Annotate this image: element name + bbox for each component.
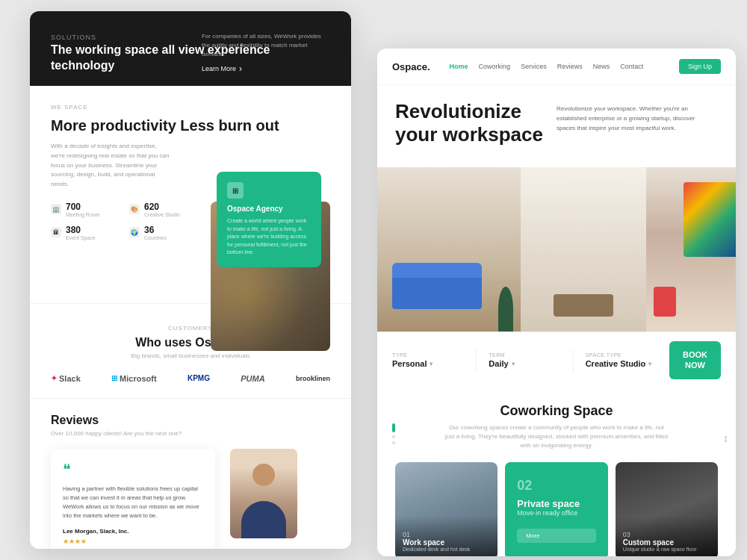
room-chair bbox=[654, 287, 676, 317]
stat-meeting-room-text: 700 Meeting Room bbox=[66, 202, 100, 217]
learn-more-link[interactable]: Learn More bbox=[202, 63, 321, 74]
signup-button[interactable]: Sign Up bbox=[679, 59, 721, 74]
ws-title: More productivity Less burn out bbox=[51, 116, 330, 134]
booking-term-field: TERM Daily bbox=[489, 352, 560, 368]
cw-card-custom[interactable]: 03 Custom space Unique studio & raw spac… bbox=[616, 462, 718, 556]
hero-right-text: For companies of all sizes, WeWork provi… bbox=[202, 32, 321, 59]
room-left bbox=[377, 167, 521, 332]
countries-num: 36 bbox=[144, 225, 167, 235]
nav-link-reviews[interactable]: Reviews bbox=[557, 63, 583, 70]
more-button[interactable]: More bbox=[517, 529, 595, 543]
cw-card-3-label: 03 Custom space Unique studio & raw spac… bbox=[616, 516, 718, 556]
agency-icon: ⊞ bbox=[227, 182, 244, 199]
type-label: TYPE bbox=[392, 352, 464, 358]
right-hero-desc: Revolutionize your workspace. Whether yo… bbox=[557, 105, 706, 133]
slack-logo: Slack bbox=[51, 374, 81, 383]
dot-3 bbox=[392, 441, 395, 444]
space-label: SPACE TYPE bbox=[586, 352, 657, 358]
nav-logo: Ospace. bbox=[392, 61, 430, 72]
scroll-down-icon: ↕ bbox=[723, 432, 728, 444]
stat-event-space: 🏛 380 Event Space bbox=[51, 225, 122, 240]
right-hero-title: Revolutionize your workspace bbox=[395, 100, 545, 146]
cw-card-1-sub: Dedicated desk and hot desk bbox=[403, 547, 490, 552]
book-now-button[interactable]: BOOK NOW bbox=[669, 341, 721, 379]
reviews-title: Reviews bbox=[51, 414, 330, 427]
right-navbar: Ospace. Home Coworking Services Reviews … bbox=[377, 49, 736, 85]
nav-link-services[interactable]: Services bbox=[521, 63, 547, 70]
cw-card-private[interactable]: 02 Private space Move-in ready office Mo… bbox=[505, 462, 607, 556]
microsoft-logo: Microsoft bbox=[111, 374, 157, 383]
dot-1 bbox=[392, 423, 395, 432]
cw-card-3-name: Custom space bbox=[623, 538, 710, 547]
stat-meeting-room: 🏢 700 Meeting Room bbox=[51, 202, 122, 217]
person-head bbox=[252, 464, 275, 486]
nav-link-contact[interactable]: Contact bbox=[620, 63, 643, 70]
countries-label: Countries bbox=[144, 235, 167, 240]
cw-card-2-title: Private space bbox=[517, 498, 595, 509]
puma-logo: PUMA bbox=[241, 374, 264, 383]
cw-card-workspace[interactable]: 01 Work space Dedicated desk and hot des… bbox=[395, 462, 498, 556]
kpmg-logo: KPMG bbox=[187, 374, 210, 382]
nav-link-home[interactable]: Home bbox=[450, 63, 468, 70]
reviews-section: Reviews Over 10,000 happy clients! Are y… bbox=[30, 398, 351, 549]
cw-card-3-num: 03 bbox=[623, 531, 710, 538]
customers-sub: Big brands, small businesses and individ… bbox=[51, 352, 330, 359]
coworking-desc: Our coworking spaces create a community … bbox=[444, 423, 669, 450]
left-hero: SOLUTIONS The working space all view exp… bbox=[30, 11, 351, 86]
agency-desc: Create a world where people work to make… bbox=[227, 217, 311, 257]
room-right bbox=[646, 167, 736, 332]
cw-card-1-label: 01 Work space Dedicated desk and hot des… bbox=[395, 516, 498, 556]
room-table bbox=[554, 294, 613, 317]
cw-card-2-num: 02 bbox=[517, 478, 595, 494]
nav-link-coworking[interactable]: Coworking bbox=[479, 63, 511, 70]
booking-space-field: SPACE TYPE Creative Studio bbox=[586, 352, 657, 368]
nav-link-news[interactable]: News bbox=[593, 63, 610, 70]
booking-bar: TYPE Personal TERM Daily SPACE TYPE Crea… bbox=[377, 332, 736, 388]
right-hero-right: Revolutionize your workspace. Whether yo… bbox=[557, 100, 706, 155]
meeting-room-icon: 🏢 bbox=[51, 204, 61, 214]
stat-creative-studio: 🎨 620 Creative Studio bbox=[129, 202, 200, 217]
main-ws-image-inner bbox=[377, 167, 736, 332]
right-card: Ospace. Home Coworking Services Reviews … bbox=[377, 49, 736, 556]
ws-label: WE SPACE bbox=[51, 104, 330, 111]
event-space-icon: 🏛 bbox=[51, 227, 61, 237]
room-plant bbox=[498, 287, 513, 332]
space-value[interactable]: Creative Studio bbox=[586, 359, 657, 368]
reviewer-name: Lee Morgan, Slack, Inc. bbox=[63, 528, 203, 535]
logos-row: Slack Microsoft KPMG PUMA brooklinen bbox=[51, 374, 330, 383]
room-middle bbox=[521, 167, 646, 332]
person-body bbox=[241, 501, 286, 538]
nav-links: Home Coworking Services Reviews News Con… bbox=[450, 63, 667, 70]
room-art bbox=[684, 182, 736, 257]
cw-card-2-content: 02 Private space Move-in ready office Mo… bbox=[505, 462, 607, 556]
reviews-sub: Over 10,000 happy clients! Are you the n… bbox=[51, 430, 330, 437]
agency-title: Ospace Agency bbox=[227, 205, 311, 213]
stat-creative-studio-text: 620 Creative Studio bbox=[144, 202, 180, 217]
coworking-section: Coworking Space Our coworking spaces cre… bbox=[377, 388, 736, 556]
scroll-arrow[interactable]: ↕ bbox=[723, 432, 728, 444]
cw-card-2-sub: Move-in ready office bbox=[517, 509, 595, 517]
term-label: TERM bbox=[489, 352, 560, 358]
ws-desc: With a decade of insights and expertise,… bbox=[51, 142, 170, 190]
stats-grid: 🏢 700 Meeting Room 🎨 620 Creative Studio… bbox=[51, 202, 200, 240]
review-stars: ★★★★ bbox=[63, 538, 203, 545]
now-label: NOW bbox=[685, 361, 705, 370]
meeting-room-num: 700 bbox=[66, 202, 100, 212]
term-value[interactable]: Daily bbox=[489, 359, 560, 368]
review-text: Having a partner with flexible solutions… bbox=[63, 485, 203, 520]
brooklinen-logo: brooklinen bbox=[296, 375, 330, 382]
room-sofa bbox=[392, 272, 482, 309]
cw-card-1-name: Work space bbox=[403, 538, 490, 547]
reviewer-photo bbox=[230, 449, 297, 538]
creative-studio-label: Creative Studio bbox=[144, 212, 180, 217]
main-workspace-image bbox=[377, 167, 736, 332]
type-value[interactable]: Personal bbox=[392, 359, 464, 368]
event-space-num: 380 bbox=[66, 225, 96, 235]
stat-countries-text: 36 Countries bbox=[144, 225, 167, 240]
coworking-title: Coworking Space bbox=[395, 403, 718, 419]
left-card: SOLUTIONS The working space all view exp… bbox=[30, 11, 351, 549]
booking-divider-1 bbox=[476, 349, 477, 372]
agency-card: ⊞ Ospace Agency Create a world where peo… bbox=[217, 172, 321, 267]
dot-2 bbox=[392, 435, 395, 438]
hero-right: For companies of all sizes, WeWork provi… bbox=[202, 32, 321, 74]
